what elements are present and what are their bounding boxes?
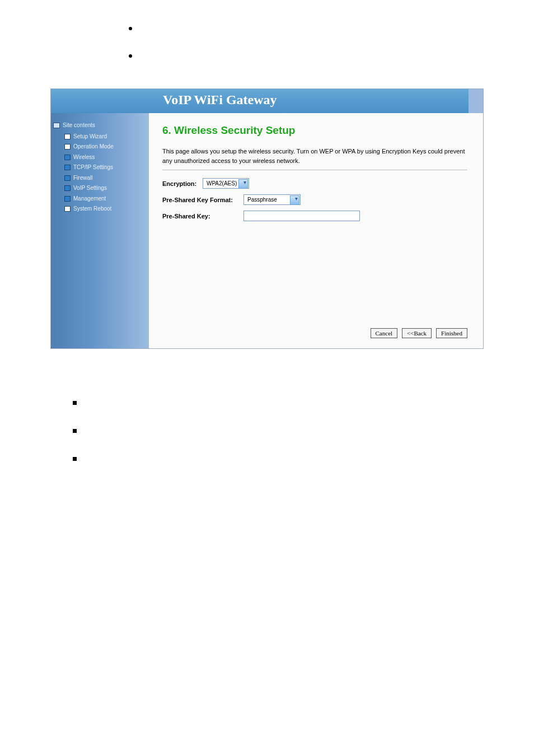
page-icon — [64, 134, 71, 139]
sidebar-item-operation-mode[interactable]: Operation Mode — [64, 142, 146, 152]
square-bullet-icon — [73, 401, 77, 405]
sidebar-item-firewall[interactable]: Firewall — [64, 173, 146, 184]
back-button[interactable]: <<Back — [402, 328, 432, 338]
page-description: This page allows you setup the wireless … — [162, 147, 467, 165]
divider — [162, 170, 467, 170]
list-item — [73, 397, 484, 405]
finished-button[interactable]: Finished — [436, 328, 467, 338]
folder-icon — [64, 196, 71, 202]
site-root-icon — [53, 123, 60, 128]
page-heading: 6. Wireless Security Setup — [162, 124, 467, 137]
psk-format-label: Pre-Shared Key Format: — [162, 197, 243, 203]
encryption-select-wrap: WPA2(AES) — [203, 178, 249, 189]
psk-format-select-wrap: Passphrase — [243, 194, 301, 205]
sidebar-item-voip-settings[interactable]: VoIP Settings — [64, 183, 146, 194]
folder-icon — [64, 185, 71, 191]
folder-icon — [64, 165, 71, 170]
square-bullet-icon — [73, 429, 77, 433]
sidebar-item-wireless[interactable]: Wireless — [64, 152, 146, 163]
psk-row: Pre-Shared Key: — [162, 211, 467, 221]
bullet-item — [129, 50, 484, 58]
post-text-area — [0, 371, 534, 537]
app-title: VoIP WiFi Gateway — [163, 92, 277, 107]
wizard-button-row: Cancel <<Back Finished — [162, 328, 467, 342]
page-icon — [64, 144, 71, 150]
psk-format-select[interactable]: Passphrase — [243, 194, 301, 205]
psk-format-row: Pre-Shared Key Format: Passphrase — [162, 194, 467, 205]
folder-icon — [64, 155, 71, 160]
bullet-dot-icon — [129, 27, 132, 30]
cancel-button[interactable]: Cancel — [371, 328, 398, 338]
sidebar-root-label: Site contents — [63, 121, 95, 130]
list-item — [73, 453, 484, 461]
psk-input[interactable] — [243, 211, 360, 221]
bullet-item — [129, 22, 484, 30]
page-icon — [64, 206, 71, 212]
folder-icon — [64, 175, 71, 181]
sidebar-item-tcpip-settings[interactable]: TCP/IP Settings — [64, 162, 146, 173]
app-title-bar: VoIP WiFi Gateway — [51, 89, 483, 113]
bullet-dot-icon — [129, 54, 132, 58]
sidebar-root[interactable]: Site contents — [53, 121, 146, 130]
navigation-sidebar: Site contents Setup Wizard Operation Mod… — [51, 113, 149, 348]
sidebar-item-management[interactable]: Management — [64, 194, 146, 204]
intro-text-area — [0, 0, 534, 88]
square-bullet-icon — [73, 457, 77, 461]
encryption-row: Encryption: WPA2(AES) — [162, 178, 467, 189]
psk-label: Pre-Shared Key: — [162, 213, 243, 220]
list-item — [73, 425, 484, 433]
sidebar-item-system-reboot[interactable]: System Reboot — [64, 204, 146, 214]
sidebar-item-setup-wizard[interactable]: Setup Wizard — [64, 132, 146, 142]
encryption-label: Encryption: — [162, 180, 203, 187]
content-panel: 6. Wireless Security Setup This page all… — [149, 113, 483, 348]
router-admin-window: VoIP WiFi Gateway Site contents Setup Wi… — [50, 88, 484, 349]
encryption-select[interactable]: WPA2(AES) — [203, 178, 249, 189]
